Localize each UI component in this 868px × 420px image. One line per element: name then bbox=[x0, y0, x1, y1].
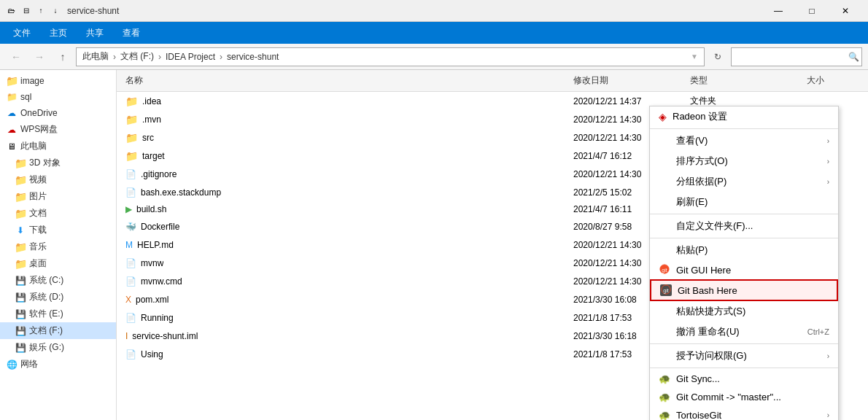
sidebar-item-drive-f[interactable]: 💾 文档 (F:) bbox=[0, 322, 116, 339]
cm-item-label: 查看(V) bbox=[676, 134, 708, 147]
context-menu-item-radeon[interactable]: ◈ Radeon 设置 bbox=[650, 106, 838, 127]
sidebar-label-image: image bbox=[20, 76, 44, 86]
search-icon[interactable]: 🔍 bbox=[848, 52, 859, 62]
sidebar-item-drive-d[interactable]: 💾 系统 (D:) bbox=[0, 289, 116, 306]
sidebar-item-sql[interactable]: 📁 sql bbox=[0, 89, 116, 105]
file-name-cell: Xpom.xml bbox=[123, 293, 570, 306]
file-name: mvnw bbox=[141, 258, 163, 268]
header-size[interactable]: 大小 bbox=[804, 73, 862, 88]
sidebar-label-video: 视频 bbox=[29, 174, 47, 186]
minimize-button[interactable]: — bbox=[762, 0, 795, 22]
context-menu-item-git-bash[interactable]: git Git Bash Here bbox=[650, 279, 838, 301]
header-name[interactable]: 名称 bbox=[123, 73, 570, 88]
cloud-icon: ☁ bbox=[6, 107, 18, 119]
submenu-arrow: › bbox=[827, 411, 829, 419]
sidebar-item-network[interactable]: 🌐 网络 bbox=[0, 356, 116, 373]
sidebar-label-onedrive: OneDrive bbox=[20, 108, 58, 118]
file-name-cell: 📄mvnw.cmd bbox=[123, 275, 570, 288]
sidebar-item-pictures[interactable]: 📁 图片 bbox=[0, 188, 116, 205]
menu-home[interactable]: 主页 bbox=[41, 24, 76, 42]
sidebar-label-drive-d: 系统 (D:) bbox=[29, 291, 63, 303]
cm-item-label: 撤消 重命名(U) bbox=[676, 325, 740, 338]
sidebar-item-3d[interactable]: 📁 3D 对象 bbox=[0, 155, 116, 171]
context-menu-item-git-sync[interactable]: 🐢 Git Sync... bbox=[650, 370, 838, 388]
sidebar-item-computer[interactable]: 🖥 此电脑 bbox=[0, 138, 116, 155]
sidebar-item-drive-c[interactable]: 💾 系统 (C:) bbox=[0, 272, 116, 289]
cm-item-left: 粘贴(P) bbox=[659, 244, 708, 257]
context-menu-item-tortoise[interactable]: 🐢 TortoiseGit › bbox=[650, 406, 838, 420]
menu-file[interactable]: 文件 bbox=[4, 24, 39, 42]
file-date: 2020/8/27 9:58 bbox=[573, 222, 632, 232]
context-menu-item-customize[interactable]: 自定义文件夹(F)... bbox=[650, 216, 838, 236]
file-date: 2021/1/8 17:53 bbox=[573, 313, 632, 323]
quick-access-icon[interactable]: ⊟ bbox=[20, 5, 32, 17]
context-menu-item-view[interactable]: 查看(V) › bbox=[650, 131, 838, 151]
file-name: .gitignore bbox=[141, 169, 177, 179]
path-sep-2: › bbox=[158, 52, 161, 62]
file-name-cell: 📁.mvn bbox=[123, 112, 570, 127]
header-type[interactable]: 类型 bbox=[687, 73, 804, 88]
path-drive[interactable]: 文档 (F:) bbox=[120, 50, 154, 63]
sidebar-label-drive-c: 系统 (C:) bbox=[29, 274, 63, 287]
path-folder[interactable]: service-shunt bbox=[227, 52, 279, 62]
cm-item-label: Git GUI Here bbox=[676, 265, 731, 276]
menu-view[interactable]: 查看 bbox=[114, 24, 149, 42]
menu-share[interactable]: 共享 bbox=[77, 24, 112, 42]
title-bar-icons: 🗁 ⊟ ↑ ↓ bbox=[6, 5, 61, 17]
down-icon[interactable]: ↓ bbox=[50, 5, 61, 17]
cm-item-left: 刷新(E) bbox=[659, 195, 708, 209]
file-name: target bbox=[142, 151, 165, 161]
context-menu-item-access[interactable]: 授予访问权限(G) › bbox=[650, 346, 838, 366]
sidebar-label-3d: 3D 对象 bbox=[29, 157, 61, 169]
address-path[interactable]: 此电脑 › 文档 (F:) › IDEA Project › service-s… bbox=[76, 47, 705, 66]
file-date: 2020/12/21 14:30 bbox=[573, 258, 641, 268]
file-name: service-shunt.iml bbox=[132, 331, 198, 341]
sidebar-item-music[interactable]: 📁 音乐 bbox=[0, 238, 116, 255]
file-date: 2020/12/21 14:37 bbox=[573, 96, 641, 106]
context-menu-item-git-gui[interactable]: git Git GUI Here bbox=[650, 260, 838, 279]
sidebar-label-pictures: 图片 bbox=[29, 190, 47, 203]
sidebar-item-onedrive[interactable]: ☁ OneDrive bbox=[0, 105, 116, 121]
sidebar-item-desktop[interactable]: 📁 桌面 bbox=[0, 255, 116, 272]
submenu-arrow: › bbox=[827, 352, 829, 360]
forward-button[interactable]: → bbox=[29, 47, 50, 67]
context-menu-item-paste-shortcut[interactable]: 粘贴快捷方式(S) bbox=[650, 301, 838, 322]
sidebar-item-downloads[interactable]: ⬇ 下载 bbox=[0, 222, 116, 238]
back-button[interactable]: ← bbox=[6, 47, 26, 67]
sidebar-label-music: 音乐 bbox=[29, 241, 47, 253]
cm-item-left: 🐢 Git Sync... bbox=[659, 373, 720, 384]
sidebar-item-docs[interactable]: 📁 文档 bbox=[0, 205, 116, 222]
up-button[interactable]: ↑ bbox=[53, 47, 73, 67]
search-box[interactable]: 🔍 bbox=[731, 47, 862, 66]
folder-video-icon: 📁 bbox=[15, 174, 26, 186]
file-name-cell: 🐳Dockerfile bbox=[123, 220, 570, 233]
context-menu-item-refresh[interactable]: 刷新(E) bbox=[650, 192, 838, 212]
file-name-cell: 📄mvnw bbox=[123, 257, 570, 270]
context-menu-item-git-commit[interactable]: 🐢 Git Commit -> "master"... bbox=[650, 388, 838, 406]
context-menu-item-group[interactable]: 分组依据(P) › bbox=[650, 171, 838, 192]
path-project[interactable]: IDEA Project bbox=[166, 52, 215, 62]
context-menu-item-undo[interactable]: 撤消 重命名(U) Ctrl+Z bbox=[650, 322, 838, 342]
submenu-arrow: › bbox=[827, 137, 829, 145]
folder-icon: 📁 bbox=[6, 75, 18, 87]
sidebar-item-drive-e[interactable]: 💾 软件 (E:) bbox=[0, 306, 116, 322]
sidebar-item-video[interactable]: 📁 视频 bbox=[0, 171, 116, 188]
header-date[interactable]: 修改日期 bbox=[570, 73, 687, 88]
refresh-button[interactable]: ↻ bbox=[708, 47, 728, 67]
search-input[interactable] bbox=[736, 52, 845, 62]
context-menu-item-sort[interactable]: 排序方式(O) › bbox=[650, 151, 838, 171]
path-computer[interactable]: 此电脑 bbox=[82, 50, 109, 63]
dropdown-arrow[interactable]: ▼ bbox=[691, 52, 698, 61]
sidebar-item-image[interactable]: 📁 image bbox=[0, 73, 116, 89]
file-date: 2021/3/30 16:08 bbox=[573, 295, 637, 305]
sidebar-item-wps[interactable]: ☁ WPS网盘 bbox=[0, 121, 116, 138]
drive-d-icon: 💾 bbox=[15, 292, 26, 303]
network-icon: 🌐 bbox=[6, 359, 18, 370]
cm-item-left: 排序方式(O) bbox=[659, 155, 728, 168]
context-menu-item-paste[interactable]: 粘贴(P) bbox=[650, 240, 838, 260]
up-icon[interactable]: ↑ bbox=[35, 5, 47, 17]
sidebar-item-drive-g[interactable]: 💾 娱乐 (G:) bbox=[0, 339, 116, 356]
close-button[interactable]: ✕ bbox=[829, 0, 862, 22]
maximize-button[interactable]: □ bbox=[795, 0, 829, 22]
folder-3d-icon: 📁 bbox=[15, 158, 26, 169]
